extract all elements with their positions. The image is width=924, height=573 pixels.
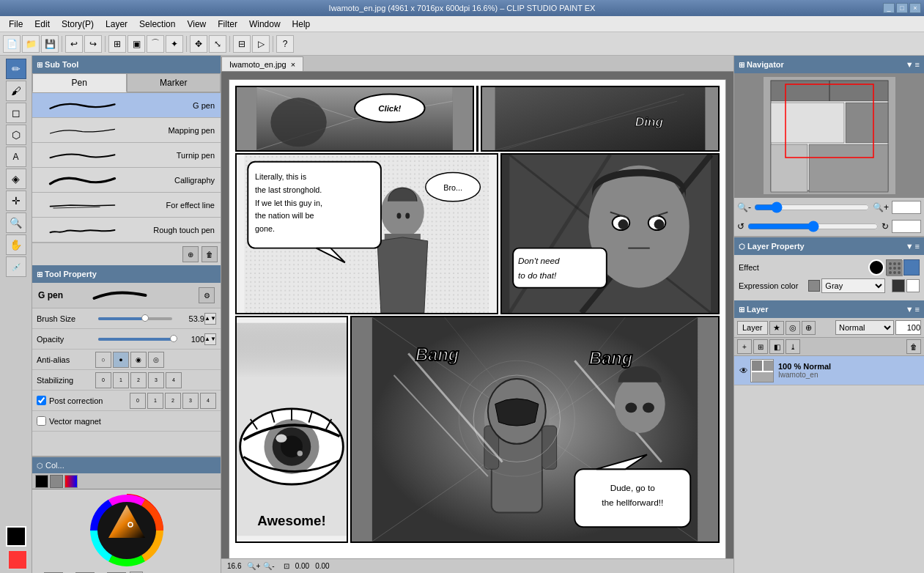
opacity-stepper[interactable]: ▲▼ [204,333,216,345]
expr-white-swatch[interactable] [906,279,920,292]
aa-low[interactable]: ● [113,352,129,368]
stab-0[interactable]: 0 [95,372,111,388]
open-button[interactable]: 📁 [22,35,40,53]
brush-tool[interactable]: 🖌 [6,81,26,101]
menu-selection[interactable]: Selection [133,18,181,31]
fill-tool[interactable]: ⬡ [6,125,26,145]
brush-size-slider[interactable] [98,317,172,320]
tab-marker[interactable]: Marker [127,73,221,92]
menu-story[interactable]: Story(P) [56,18,100,31]
pc-4[interactable]: 4 [200,393,216,409]
transform-button[interactable]: ⊞ [108,35,126,53]
stab-2[interactable]: 2 [130,372,147,388]
nav-zoom-out[interactable]: 🔍- [737,202,751,212]
group-layer-icon[interactable]: ⊞ [753,339,768,354]
timeline-button[interactable]: ▷ [252,35,270,53]
post-correction-checkbox[interactable] [37,396,46,405]
nav-rotate-slider[interactable] [747,221,879,232]
select-tool[interactable]: ◈ [6,169,26,189]
move-tool[interactable]: ✛ [6,191,26,211]
nav-rotation-input[interactable]: 0.0 [892,220,921,233]
select-button[interactable]: ▣ [127,35,145,53]
minimize-button[interactable]: _ [883,3,895,13]
menu-edit[interactable]: Edit [29,18,56,31]
merge-layer-icon[interactable]: ⤓ [786,339,800,354]
layer-tab-1[interactable]: ★ [769,321,784,335]
brush-turnip-pen[interactable]: Turnip pen [32,143,221,168]
delete-layer-icon[interactable]: 🗑 [906,339,921,354]
nav-zoom-slider[interactable] [754,202,870,213]
color-mode-3[interactable] [64,475,78,488]
foreground-color[interactable] [6,526,26,547]
stab-3[interactable]: 3 [148,372,164,388]
layer-menu-icon[interactable]: ≡ [915,305,920,314]
layer-tab-2[interactable]: ◎ [786,321,800,335]
move-button[interactable]: ✥ [190,35,207,53]
pc-2[interactable]: 2 [165,393,181,409]
pc-1[interactable]: 1 [147,393,163,409]
layer-collapse-icon[interactable]: ▼ [906,305,914,314]
close-tab-icon[interactable]: × [291,60,295,69]
add-brush-icon[interactable]: ⊕ [182,246,199,262]
aa-off[interactable]: ○ [95,352,111,368]
save-button[interactable]: 💾 [41,35,59,53]
tab-pen[interactable]: Pen [32,73,127,92]
color-wheel[interactable] [90,494,163,567]
effect-color-icon[interactable] [903,259,920,276]
vector-magnet-checkbox[interactable] [37,416,46,426]
background-color[interactable] [7,550,28,570]
pc-3[interactable]: 3 [182,393,199,409]
opacity-slider[interactable] [98,338,172,341]
menu-view[interactable]: View [181,18,212,31]
pen-tool[interactable]: ✏ [6,59,26,79]
stab-4[interactable]: 4 [166,372,182,388]
color-mode-1[interactable] [35,475,48,488]
lp-collapse-icon[interactable]: ▼ [906,242,914,251]
expr-color-select[interactable]: Gray Color Monochrome [821,278,885,293]
effect-pattern-icon[interactable] [886,259,902,276]
brush-size-thumb[interactable] [141,314,149,322]
blend-mode-select[interactable]: Normal Multiply Screen Overlay [835,320,894,335]
mask-layer-icon[interactable]: ◧ [769,339,784,354]
expr-black-swatch[interactable] [892,279,905,292]
brush-rough-touch[interactable]: Rough touch pen [32,218,221,243]
brush-g-pen[interactable]: G pen [32,93,221,118]
aa-high[interactable]: ◎ [148,352,164,368]
layer-tab-3[interactable]: ⊕ [802,321,816,335]
aa-mid[interactable]: ◉ [130,352,147,368]
navigator-thumbnail[interactable] [734,73,924,198]
nav-rotate-right[interactable]: ↻ [882,221,889,232]
fit-icon[interactable]: ⊡ [284,562,289,570]
add-layer-icon[interactable]: + [737,339,752,354]
magic-button[interactable]: ✦ [166,35,183,53]
layer-visibility-icon[interactable]: 👁 [737,364,750,377]
stab-1[interactable]: 1 [113,372,129,388]
nav-zoom-input[interactable]: 16.6 [892,201,921,214]
maximize-button[interactable]: □ [896,3,908,13]
lp-options-icon[interactable]: ≡ [915,242,920,251]
eraser-tool[interactable]: ◻ [6,103,26,123]
layer-tab-layer[interactable]: Layer [737,321,768,335]
menu-layer[interactable]: Layer [100,18,133,31]
layer-button[interactable]: ⊟ [233,35,251,53]
help-toolbar-button[interactable]: ? [276,35,294,53]
menu-help[interactable]: Help [287,18,317,31]
color-mode-2[interactable] [50,475,63,488]
close-button[interactable]: × [909,3,921,13]
opacity-thumb[interactable] [170,335,177,342]
brush-size-stepper[interactable]: ▲▼ [204,313,216,325]
effect-circle-icon[interactable] [868,259,884,276]
redo-button[interactable]: ↪ [84,35,102,53]
nav-collapse-icon[interactable]: ▼ [906,60,914,69]
brush-calligraphy[interactable]: Calligraphy [32,168,221,193]
nav-zoom-in[interactable]: 🔍+ [873,202,889,212]
zoom-tool[interactable]: 🔍 [6,212,26,233]
window-controls[interactable]: _ □ × [883,3,921,13]
hand-tool[interactable]: ✋ [6,234,26,255]
undo-button[interactable]: ↩ [65,35,83,53]
pc-0[interactable]: 0 [130,393,146,409]
zoom-out-icon[interactable]: 🔍- [263,562,274,570]
tool-settings-icon[interactable]: ⚙ [199,287,215,303]
eyedropper-tool[interactable]: 💉 [6,256,26,277]
zoom-in-icon[interactable]: 🔍+ [247,562,260,570]
